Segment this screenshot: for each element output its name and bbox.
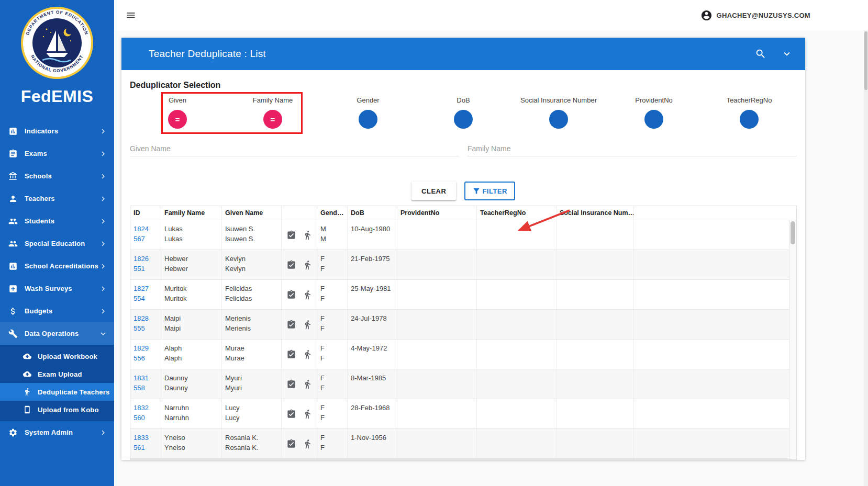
teacher-id-link[interactable]: 554	[133, 293, 158, 303]
deduplicate-teacher-button[interactable]	[303, 230, 313, 240]
criterion-teacherregno: TeacherRegNo	[702, 96, 797, 129]
sidebar-item-teachers[interactable]: Teachers	[0, 187, 114, 210]
sidebar-item-students[interactable]: Students	[0, 210, 114, 232]
col-given-name: Given Name	[222, 206, 282, 220]
walking-person-icon	[303, 230, 313, 240]
hamburger-icon	[126, 10, 136, 20]
sidebar-item-budgets[interactable]: Budgets	[0, 300, 114, 322]
deduplicate-teacher-button[interactable]	[303, 320, 313, 330]
criterion-toggle-providentno[interactable]	[644, 110, 663, 129]
teacher-id-link[interactable]: 555	[133, 323, 158, 333]
deduplicate-teacher-button[interactable]	[303, 409, 313, 419]
table-row: 1826 551 Hebwer Hebwer Kevlyn Kevlyn	[130, 250, 796, 280]
sidebar-item-data-operations[interactable]: Data Operations	[0, 322, 114, 345]
teacher-id-link[interactable]: 1831	[133, 373, 158, 383]
deduplicate-teacher-button[interactable]	[303, 379, 313, 389]
teacher-id-link[interactable]: 1824	[133, 224, 158, 234]
deduplicate-teacher-button[interactable]	[303, 290, 313, 300]
teacher-id-link[interactable]: 1833	[133, 433, 158, 443]
confirm-duplicate-button[interactable]	[286, 230, 296, 240]
walking-person-icon	[303, 439, 313, 449]
cell-line: F	[320, 383, 344, 393]
table-scrollbar[interactable]	[789, 220, 796, 459]
walking-person-icon	[303, 290, 313, 300]
criterion-toggle-social-insurance[interactable]	[549, 110, 568, 129]
dob-cell: 4-May-1972	[348, 340, 397, 369]
criterion-toggle-family-name[interactable]: =	[263, 110, 282, 129]
sidebar-nav: Indicators Exams Schools Teachers Studen	[0, 120, 114, 444]
teacher-id-link[interactable]: 1829	[133, 343, 158, 353]
sidebar-item-label: Indicators	[25, 127, 98, 135]
teacher-id-link[interactable]: 567	[133, 234, 158, 244]
id-cell: 1828 555	[130, 310, 161, 339]
social-insurance-cell	[557, 340, 634, 369]
search-button[interactable]	[755, 48, 766, 60]
dob-cell: 28-Feb-1968	[348, 399, 397, 428]
col-providentno: ProvidentNo	[397, 206, 477, 220]
filter-button[interactable]: FILTER	[464, 182, 515, 200]
sidebar-item-upload-workbook[interactable]: Upload Workbook	[0, 347, 114, 365]
page-scrollbar[interactable]	[864, 30, 868, 486]
gender-cell: F F	[317, 280, 348, 309]
confirm-duplicate-button[interactable]	[286, 379, 296, 389]
sidebar-item-school-accreditations[interactable]: School Accreditations	[0, 255, 114, 277]
deduplicate-teacher-button[interactable]	[303, 349, 313, 359]
id-cell: 1824 567	[130, 220, 161, 250]
deduplicate-teacher-button[interactable]	[303, 260, 313, 270]
teacher-id-link[interactable]: 560	[133, 413, 158, 423]
sidebar-item-indicators[interactable]: Indicators	[0, 120, 114, 142]
teacher-id-link[interactable]: 1826	[133, 254, 158, 264]
criterion-toggle-dob[interactable]	[454, 110, 473, 129]
sidebar-item-deduplicate-teachers[interactable]: Deduplicate Teachers	[0, 383, 114, 401]
clear-button[interactable]: CLEAR	[411, 182, 456, 200]
main-area: GHACHEY@NUZUSYS.COM Teacher Deduplicate …	[114, 0, 868, 486]
confirm-duplicate-button[interactable]	[286, 349, 296, 359]
teacher-id-link[interactable]: 551	[133, 264, 158, 274]
clipboard-check-icon	[286, 409, 296, 419]
sidebar-item-exams[interactable]: Exams	[0, 142, 114, 165]
teacher-id-link[interactable]: 1828	[133, 313, 158, 323]
confirm-duplicate-button[interactable]	[286, 439, 296, 449]
confirm-duplicate-button[interactable]	[286, 290, 296, 300]
user-account-button[interactable]: GHACHEY@NUZUSYS.COM	[700, 9, 810, 21]
sidebar-item-schools[interactable]: Schools	[0, 165, 114, 187]
sidebar-item-special-education[interactable]: Special Education	[0, 232, 114, 255]
confirm-duplicate-button[interactable]	[286, 260, 296, 270]
collapse-panel-button[interactable]	[781, 48, 793, 60]
table-scrollbar-thumb[interactable]	[791, 221, 795, 244]
given-name-input[interactable]	[130, 141, 459, 156]
chevron-right-icon	[98, 239, 108, 248]
cell-line: Murae	[225, 343, 278, 353]
teacher-id-link[interactable]: 1832	[133, 403, 158, 413]
actions-cell	[282, 280, 317, 309]
teacher-id-link[interactable]: 556	[133, 353, 158, 363]
teacherregno-cell	[477, 340, 557, 369]
confirm-duplicate-button[interactable]	[286, 409, 296, 419]
cell-line: F	[320, 254, 344, 264]
family-name-input[interactable]	[468, 141, 797, 156]
cell-line: F	[320, 284, 344, 293]
teacher-id-link[interactable]: 558	[133, 383, 158, 393]
social-insurance-cell	[557, 310, 634, 339]
sidebar-item-upload-from-kobo[interactable]: Upload from Kobo	[0, 401, 114, 419]
criterion-toggle-gender[interactable]	[359, 110, 377, 129]
providentno-cell	[397, 340, 477, 369]
sidebar-item-wash-surveys[interactable]: Wash Surveys	[0, 277, 114, 300]
teacher-id-link[interactable]: 1827	[133, 284, 158, 293]
hamburger-menu-button[interactable]	[124, 8, 138, 22]
deduplicate-teacher-button[interactable]	[303, 439, 313, 449]
page-scrollbar-thumb[interactable]	[864, 31, 867, 90]
social-insurance-cell	[557, 280, 634, 309]
criterion-family-name: Family Name =	[225, 96, 320, 129]
confirm-duplicate-button[interactable]	[286, 320, 296, 330]
teacher-id-link[interactable]: 561	[133, 443, 158, 453]
chevron-right-icon	[98, 307, 108, 316]
extra-cell	[634, 280, 796, 309]
sidebar-item-exam-upload[interactable]: Exam Upload	[0, 365, 114, 383]
card-body: Deduplicator Selection Given = Family Na…	[121, 81, 805, 460]
cell-line: 25-May-1981	[351, 284, 394, 293]
criterion-toggle-given[interactable]: =	[168, 110, 187, 129]
criterion-toggle-teacherregno[interactable]	[740, 110, 759, 129]
gender-cell: F F	[317, 369, 348, 399]
sidebar-item-system-admin[interactable]: System Admin	[0, 421, 114, 444]
